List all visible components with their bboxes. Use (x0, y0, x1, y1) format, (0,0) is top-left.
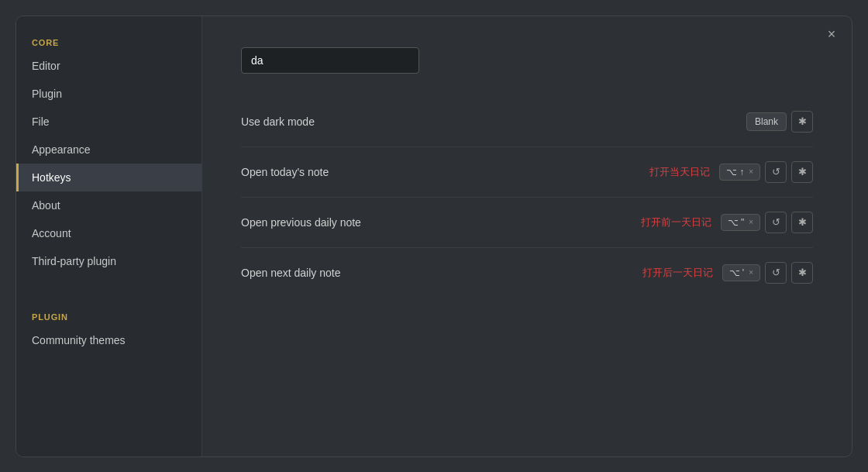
close-button[interactable]: × (822, 26, 841, 44)
open-today-hotkey-text: ⌥ ↑ (726, 167, 744, 177)
sidebar-item-about[interactable]: About (16, 191, 202, 219)
open-today-chinese: 打开当天日记 (649, 165, 710, 179)
asterisk-icon-4: ✱ (798, 267, 807, 278)
open-today-controls: 打开当天日记 ⌥ ↑ × ↺ ✱ (649, 161, 813, 183)
main-content: Use dark mode Blank ✱ Open today's note … (202, 16, 852, 456)
open-previous-label: Open previous daily note (241, 216, 361, 229)
reset-icon-3: ↺ (772, 267, 780, 278)
open-next-label: Open next daily note (241, 267, 340, 279)
open-today-label: Open today's note (241, 166, 329, 178)
search-input[interactable] (241, 47, 419, 74)
open-next-asterisk-button[interactable]: ✱ (791, 262, 813, 284)
sidebar: CORE Editor Plugin File Appearance Hotke… (16, 16, 202, 456)
setting-row-open-previous: Open previous daily note 打开前一天日记 ⌥ " × ↺… (241, 198, 813, 248)
asterisk-icon-2: ✱ (798, 166, 807, 177)
sidebar-spacer (16, 275, 202, 306)
open-today-reset-button[interactable]: ↺ (765, 161, 787, 183)
open-next-reset-button[interactable]: ↺ (765, 262, 787, 284)
core-section-label: CORE (16, 32, 202, 52)
open-previous-hotkey-text: ⌥ " (728, 217, 745, 228)
reset-icon-2: ↺ (772, 216, 780, 228)
dark-mode-controls: Blank ✱ (746, 111, 813, 133)
sidebar-item-file[interactable]: File (16, 108, 202, 136)
open-today-asterisk-button[interactable]: ✱ (791, 161, 813, 183)
sidebar-item-editor[interactable]: Editor (16, 52, 202, 80)
asterisk-icon: ✱ (798, 115, 807, 127)
open-previous-remove-icon[interactable]: × (749, 218, 753, 226)
sidebar-item-hotkeys[interactable]: Hotkeys (16, 164, 202, 191)
sidebar-item-appearance[interactable]: Appearance (16, 136, 202, 164)
dark-mode-label: Use dark mode (241, 115, 315, 128)
sidebar-item-third-party[interactable]: Third-party plugin (16, 247, 202, 275)
sidebar-item-plugin[interactable]: Plugin (16, 80, 202, 108)
setting-row-open-today: Open today's note 打开当天日记 ⌥ ↑ × ↺ ✱ (241, 147, 813, 198)
setting-row-dark-mode: Use dark mode Blank ✱ (241, 97, 813, 147)
asterisk-icon-3: ✱ (798, 216, 807, 228)
open-next-controls: 打开后一天日记 ⌥ ' × ↺ ✱ (642, 262, 813, 284)
open-next-chinese: 打开后一天日记 (642, 266, 713, 280)
open-today-remove-icon[interactable]: × (749, 167, 753, 176)
sidebar-item-account[interactable]: Account (16, 219, 202, 247)
open-previous-controls: 打开前一天日记 ⌥ " × ↺ ✱ (641, 212, 813, 233)
open-previous-hotkey-chip[interactable]: ⌥ " × (721, 214, 760, 231)
asterisk-icon-button-dark-mode[interactable]: ✱ (791, 111, 813, 133)
open-previous-reset-button[interactable]: ↺ (765, 212, 787, 233)
open-previous-asterisk-button[interactable]: ✱ (791, 212, 813, 233)
open-next-hotkey-chip[interactable]: ⌥ ' × (722, 264, 760, 281)
settings-modal: × CORE Editor Plugin File Appearance Hot… (16, 16, 852, 457)
sidebar-item-community-themes[interactable]: Community themes (16, 326, 202, 354)
open-next-hotkey-text: ⌥ ' (729, 267, 745, 278)
setting-row-open-next: Open next daily note 打开后一天日记 ⌥ ' × ↺ ✱ (241, 248, 813, 298)
reset-icon: ↺ (772, 166, 780, 177)
open-today-hotkey-chip[interactable]: ⌥ ↑ × (719, 164, 760, 181)
plugin-section-label: PLUGIN (16, 306, 202, 326)
blank-button[interactable]: Blank (746, 112, 787, 131)
open-previous-chinese: 打开前一天日记 (641, 215, 711, 229)
open-next-remove-icon[interactable]: × (749, 268, 753, 277)
